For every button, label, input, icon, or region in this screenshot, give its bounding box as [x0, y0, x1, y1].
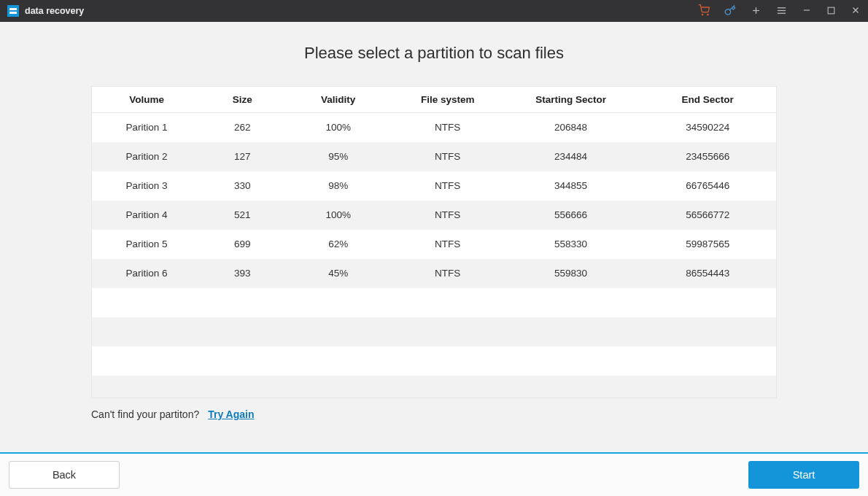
col-header-end: End Sector [639, 87, 776, 113]
cell-end: 59987565 [639, 230, 776, 259]
cell-volume: Parition 3 [92, 171, 201, 201]
cell-validity: 45% [284, 259, 393, 288]
cell-filesystem: NTFS [393, 142, 503, 171]
back-button[interactable]: Back [9, 461, 120, 489]
table-row[interactable]: Parition 569962%NTFS55833059987565 [92, 230, 776, 259]
cell-volume: Parition 4 [92, 201, 201, 230]
cell-size: 262 [201, 113, 284, 142]
close-icon[interactable] [850, 5, 861, 17]
cell-volume: Parition 1 [92, 113, 201, 142]
menu-icon[interactable] [776, 5, 787, 18]
cell-end: 23455666 [639, 142, 776, 171]
cell-size: 330 [201, 171, 284, 201]
table-row-empty [92, 317, 776, 346]
cell-start: 558330 [503, 230, 640, 259]
col-header-validity: Validity [284, 87, 393, 113]
cell-size: 699 [201, 230, 284, 259]
content-area: Please select a partition to scan files … [0, 22, 868, 452]
table-row[interactable]: Parition 639345%NTFS55983086554443 [92, 259, 776, 288]
below-table-hint: Can't find your partiton? Try Again [91, 408, 777, 420]
hint-text: Can't find your partiton? [91, 408, 199, 420]
cell-validity: 100% [284, 201, 393, 230]
table-row[interactable]: Parition 4521100%NTFS55666656566772 [92, 201, 776, 230]
cell-size: 127 [201, 142, 284, 171]
cell-validity: 95% [284, 142, 393, 171]
cell-start: 344855 [503, 171, 640, 201]
table-row-empty [92, 376, 776, 399]
cell-filesystem: NTFS [393, 259, 503, 288]
table-row-empty [92, 288, 776, 317]
cell-validity: 98% [284, 171, 393, 201]
app-logo-icon [7, 5, 19, 17]
col-header-size: Size [201, 87, 284, 113]
cell-volume: Parition 2 [92, 142, 201, 171]
title-bar-right [698, 4, 861, 18]
cell-start: 556666 [503, 201, 640, 230]
minimize-icon[interactable] [802, 5, 812, 17]
cell-start: 559830 [503, 259, 640, 288]
table-row[interactable]: Parition 1262100%NTFS20684834590224 [92, 113, 776, 142]
cell-volume: Parition 6 [92, 259, 201, 288]
key-icon[interactable] [724, 4, 736, 18]
footer-bar: Back Start [0, 452, 868, 496]
svg-point-1 [708, 14, 708, 15]
cell-end: 86554443 [639, 259, 776, 288]
try-again-link[interactable]: Try Again [208, 408, 254, 420]
cell-end: 34590224 [639, 113, 776, 142]
cell-end: 56566772 [639, 201, 776, 230]
cell-filesystem: NTFS [393, 113, 503, 142]
col-header-start: Starting Sector [503, 87, 640, 113]
maximize-icon[interactable] [826, 6, 836, 17]
col-header-volume: Volume [92, 87, 201, 113]
cell-volume: Parition 5 [92, 230, 201, 259]
title-bar: data recovery [0, 0, 868, 22]
cell-filesystem: NTFS [393, 230, 503, 259]
plus-icon[interactable] [751, 5, 762, 18]
page-title: Please select a partition to scan files [29, 44, 839, 63]
partition-table-container: Volume Size Validity File system Startin… [91, 86, 777, 398]
app-title: data recovery [25, 6, 84, 16]
table-row[interactable]: Parition 212795%NTFS23448423455666 [92, 142, 776, 171]
svg-rect-8 [828, 7, 834, 14]
cell-validity: 100% [284, 113, 393, 142]
cell-filesystem: NTFS [393, 171, 503, 201]
cell-validity: 62% [284, 230, 393, 259]
table-row[interactable]: Parition 333098%NTFS34485566765446 [92, 171, 776, 201]
title-bar-left: data recovery [7, 5, 84, 17]
cart-icon[interactable] [698, 4, 710, 18]
cell-start: 234484 [503, 142, 640, 171]
col-header-filesystem: File system [393, 87, 503, 113]
partition-table: Volume Size Validity File system Startin… [92, 87, 776, 398]
cell-size: 393 [201, 259, 284, 288]
table-row-empty [92, 346, 776, 376]
cell-filesystem: NTFS [393, 201, 503, 230]
cell-size: 521 [201, 201, 284, 230]
svg-point-0 [702, 14, 702, 15]
cell-end: 66765446 [639, 171, 776, 201]
start-button[interactable]: Start [748, 461, 859, 489]
cell-start: 206848 [503, 113, 640, 142]
